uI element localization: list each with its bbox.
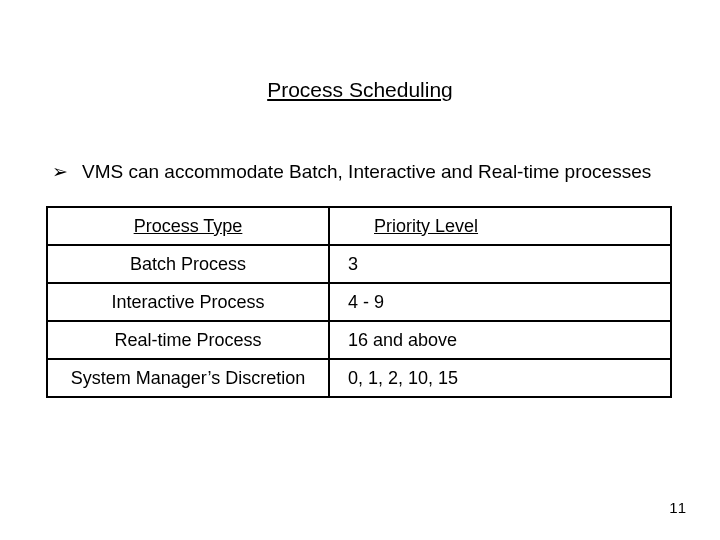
table-row: Batch Process 3: [47, 245, 671, 283]
cell-type: Interactive Process: [47, 283, 329, 321]
table-header-type: Process Type: [47, 207, 329, 245]
table-header-row: Process Type Priority Level: [47, 207, 671, 245]
table-row: Real-time Process 16 and above: [47, 321, 671, 359]
arrow-bullet-icon: ➢: [52, 161, 68, 184]
table-row: Interactive Process 4 - 9: [47, 283, 671, 321]
cell-type: Real-time Process: [47, 321, 329, 359]
bullet-text: VMS can accommodate Batch, Interactive a…: [82, 160, 651, 185]
cell-priority: 16 and above: [329, 321, 671, 359]
table-header-priority: Priority Level: [329, 207, 671, 245]
cell-type: System Manager’s Discretion: [47, 359, 329, 397]
bullet-item: ➢ VMS can accommodate Batch, Interactive…: [52, 160, 680, 185]
cell-priority: 4 - 9: [329, 283, 671, 321]
table-row: System Manager’s Discretion 0, 1, 2, 10,…: [47, 359, 671, 397]
slide: Process Scheduling ➢ VMS can accommodate…: [0, 0, 720, 540]
cell-type: Batch Process: [47, 245, 329, 283]
priority-table: Process Type Priority Level Batch Proces…: [46, 206, 672, 398]
page-number: 11: [669, 499, 686, 516]
cell-priority: 3: [329, 245, 671, 283]
cell-priority: 0, 1, 2, 10, 15: [329, 359, 671, 397]
page-title: Process Scheduling: [0, 78, 720, 102]
